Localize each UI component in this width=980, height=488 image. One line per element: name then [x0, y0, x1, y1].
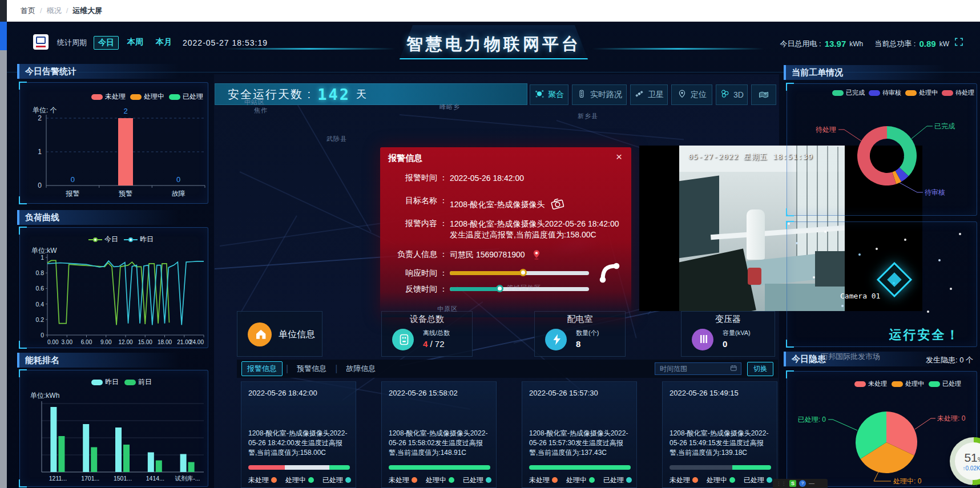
alarm-card-time: 2022-05-26 15:58:02 — [389, 389, 458, 397]
svg-text:故障: 故障 — [172, 189, 185, 197]
map-button-实时路况[interactable]: 实时路况 — [572, 84, 627, 105]
slider-knob[interactable] — [519, 269, 527, 276]
footer-status-处理中[interactable]: 处理中 — [566, 475, 595, 485]
footer-status-未处理[interactable]: 未处理 — [529, 475, 558, 485]
footer-status-已处理[interactable]: 已处理 — [463, 475, 491, 485]
transformer-icon — [696, 333, 709, 346]
location-pin-icon — [677, 90, 687, 100]
breadcrumb-overview[interactable]: 概况 — [47, 6, 62, 16]
info-card-value: 0 — [723, 339, 727, 349]
alarm-card[interactable]: 2022-05-26 15:49:151208-酸化室-热成像摄像头2022-0… — [662, 381, 777, 488]
time-range-box — [655, 362, 741, 375]
map-button-3D[interactable]: 3D — [716, 84, 748, 105]
progress-segment — [329, 465, 350, 470]
period-tab-本月[interactable]: 本月 — [152, 36, 176, 50]
svg-text:1701...: 1701... — [81, 475, 99, 482]
work-order-donut-chart: 待处理已完成待审核 — [787, 84, 978, 216]
period-tab-本周[interactable]: 本周 — [123, 36, 147, 50]
footer-status-未处理[interactable]: 未处理 — [670, 475, 698, 485]
alarm-popup-title: 报警信息 — [388, 153, 422, 164]
info-card-设备总数[interactable]: 设备总数离线/总数4 / 72 — [381, 311, 473, 357]
breadcrumb-home[interactable]: 首页 — [21, 6, 35, 16]
info-card-变压器[interactable]: 变压器容量(kVA)0 — [681, 311, 775, 357]
alarm-card[interactable]: 2022-05-26 18:42:001208-酸化室-热成像摄像头2022-0… — [241, 381, 356, 488]
today-energy-unit: kWh — [849, 40, 863, 48]
close-icon[interactable]: × — [616, 151, 622, 163]
status-dot-icon — [345, 477, 351, 483]
map-button-聚合[interactable]: 聚合 — [530, 84, 568, 105]
popup-row-报警时间: 报警时间 ：2022-05-26 18:42:00 — [380, 173, 631, 184]
map-button-定位[interactable]: 定位 — [671, 84, 712, 105]
info-card-配电室[interactable]: 配电室数量(个)8 — [534, 311, 626, 357]
svg-text:15.00: 15.00 — [138, 339, 152, 345]
bolt-icon-wrap — [545, 329, 567, 350]
safety-status-text: 运行安全！ — [856, 326, 980, 344]
footer-status-处理中[interactable]: 处理中 — [707, 475, 735, 485]
taskbar-s-app-icon[interactable]: S — [789, 480, 796, 487]
switch-button[interactable]: 切换 — [747, 362, 773, 376]
footer-status-已处理[interactable]: 已处理 — [322, 475, 351, 485]
period-tab-今日[interactable]: 今日 — [94, 36, 119, 50]
footer-status-label: 未处理 — [389, 476, 409, 484]
slider-knob[interactable] — [496, 285, 503, 292]
logo-glyph — [36, 37, 46, 44]
footer-status-label: 已处理 — [603, 476, 624, 484]
header-datetime: 2022-05-27 18:53:19 — [183, 38, 268, 47]
home-icon-wrap — [248, 322, 272, 346]
time-range-input[interactable] — [655, 362, 741, 375]
tab-报警信息[interactable]: 报警信息 — [241, 361, 283, 376]
footer-status-未处理[interactable]: 未处理 — [389, 475, 417, 485]
popup-row-label: 目标名称 ： — [380, 196, 447, 213]
calendar-icon[interactable] — [729, 365, 739, 376]
tab-预警信息[interactable]: 预警信息 — [292, 362, 332, 376]
tab-故障信息[interactable]: 故障信息 — [341, 362, 381, 376]
footer-status-已处理[interactable]: 已处理 — [603, 475, 632, 485]
map-button-map-style-icon[interactable] — [751, 84, 776, 105]
tab-divider: | — [286, 364, 288, 374]
stat-period-switcher: 统计周期 今日本周本月 2022-05-27 18:53:19 — [57, 35, 268, 50]
footer-status-处理中[interactable]: 处理中 — [285, 475, 314, 485]
alarm-card[interactable]: 2022-05-26 15:58:021208-酸化室-热成像摄像头2022-0… — [381, 381, 497, 488]
footer-status-未处理[interactable]: 未处理 — [248, 475, 277, 485]
svg-text:0: 0 — [176, 175, 180, 184]
phone-icon[interactable] — [598, 261, 621, 287]
status-dot-icon — [589, 477, 595, 483]
taskbar-minimize-icon[interactable]: — — [809, 481, 814, 486]
progress-segment — [529, 465, 631, 470]
popup-slider-响应时间[interactable] — [450, 271, 589, 275]
header-glow-line-right — [592, 48, 764, 50]
taskbar-help-icon[interactable]: ? — [799, 480, 806, 487]
device-icon-wrap — [392, 329, 414, 350]
map-button-卫星[interactable]: 卫星 — [630, 84, 668, 105]
map-area-label-武陟县: 武陟县 — [326, 135, 347, 143]
svg-text:12.00: 12.00 — [118, 339, 132, 345]
alarm-card-progress — [248, 465, 350, 470]
svg-text:1501...: 1501... — [114, 475, 132, 482]
danger-pie-chart: 已处理: 0未处理: 0处理中: 0 — [787, 372, 978, 487]
fullscreen-icon[interactable] — [954, 38, 964, 50]
speed-rate: ↑0.02K/s — [963, 465, 980, 471]
transformer-icon-wrap — [692, 329, 713, 350]
info-card-单位信息[interactable]: 单位信息 — [237, 311, 322, 357]
footer-status-处理中[interactable]: 处理中 — [426, 475, 454, 485]
footer-status-label: 处理中 — [285, 476, 306, 484]
footer-status-已处理[interactable]: 已处理 — [744, 475, 772, 485]
operations-dashboard: 首页 / 概况 / 运维大屏 中站区焦作峰峪乡新乡县武陟县中原区管城回族区 智慧… — [0, 0, 980, 488]
alarm-card-progress — [529, 465, 631, 470]
popup-row-value: 2022-05-26 18:42:00 — [450, 173, 621, 184]
svg-text:试剂库-...: 试剂库-... — [175, 475, 200, 482]
satellite-icon — [634, 90, 644, 100]
svg-text:0.00: 0.00 — [47, 339, 59, 345]
period-tabs: 今日本周本月 — [94, 36, 176, 50]
today-energy-label: 今日总用电 : — [780, 39, 821, 49]
popup-row-value: 1208-酸化室-热成像摄像头2022-05-26 18:42:00发生温度过高… — [450, 219, 621, 240]
map-area-label-焦作: 焦作 — [254, 106, 268, 115]
info-card-value-suffix: / 72 — [428, 339, 444, 349]
slider-fill — [450, 287, 500, 291]
collapsed-sidebar[interactable] — [0, 0, 7, 488]
slider-fill — [450, 271, 523, 275]
alarm-card[interactable]: 2022-05-26 15:57:301208-酸化室-热成像摄像头2022-0… — [522, 381, 637, 488]
footer-status-label: 已处理 — [744, 476, 764, 484]
info-card-stat-label: 容量(kVA) — [723, 329, 751, 337]
popup-row-text: 司慧民 15690781900 — [450, 250, 525, 259]
